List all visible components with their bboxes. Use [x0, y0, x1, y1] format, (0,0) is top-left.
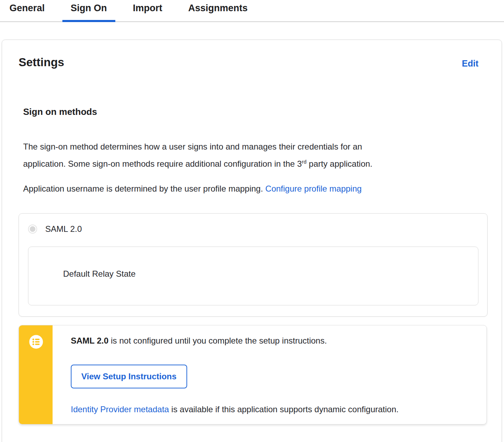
identity-provider-metadata-link[interactable]: Identity Provider metadata	[71, 405, 169, 414]
sign-on-description: The sign-on method determines how a user…	[23, 138, 482, 172]
ordinal-superscript: rd	[302, 159, 306, 165]
callout-body: SAML 2.0 is not configured until you com…	[71, 325, 476, 415]
description-line-2-tail: party application.	[306, 159, 372, 168]
tab-bar: General Sign On Import Assignments	[0, 0, 504, 23]
configure-profile-mapping-link[interactable]: Configure profile mapping	[265, 184, 362, 193]
sign-on-methods-heading: Sign on methods	[23, 106, 97, 118]
profile-mapping-text: Application username is determined by th…	[23, 180, 482, 197]
relay-state-box: Default Relay State	[28, 247, 478, 305]
saml-method-box: SAML 2.0 Default Relay State	[19, 213, 488, 317]
tab-general[interactable]: General	[1, 2, 53, 22]
username-determined-text: Application username is determined by th…	[23, 184, 265, 193]
description-line-2: application. Some sign-on methods requir…	[23, 155, 482, 172]
settings-card: Settings Edit Sign on methods The sign-o…	[2, 40, 502, 442]
saml-radio-label: SAML 2.0	[45, 224, 82, 234]
tab-sign-on[interactable]: Sign On	[62, 2, 116, 22]
tab-assignments[interactable]: Assignments	[180, 2, 256, 22]
page-title: Settings	[19, 55, 64, 69]
callout-message: SAML 2.0 is not configured until you com…	[71, 335, 476, 346]
list-circle-icon	[29, 335, 43, 349]
default-relay-state-label: Default Relay State	[63, 268, 136, 280]
view-setup-instructions-button[interactable]: View Setup Instructions	[71, 365, 187, 388]
callout-message-text: is not configured until you complete the…	[109, 336, 327, 345]
callout-app-name: SAML 2.0	[71, 336, 109, 345]
saml-radio-button[interactable]	[28, 225, 37, 234]
tab-import[interactable]: Import	[124, 2, 171, 22]
metadata-availability-text: is available if this application support…	[169, 405, 399, 414]
setup-callout: SAML 2.0 is not configured until you com…	[19, 325, 487, 424]
edit-link[interactable]: Edit	[462, 58, 478, 69]
description-line-1: The sign-on method determines how a user…	[23, 138, 482, 155]
metadata-line: Identity Provider metadata is available …	[71, 404, 476, 415]
description-line-2-text: application. Some sign-on methods requir…	[23, 159, 302, 168]
